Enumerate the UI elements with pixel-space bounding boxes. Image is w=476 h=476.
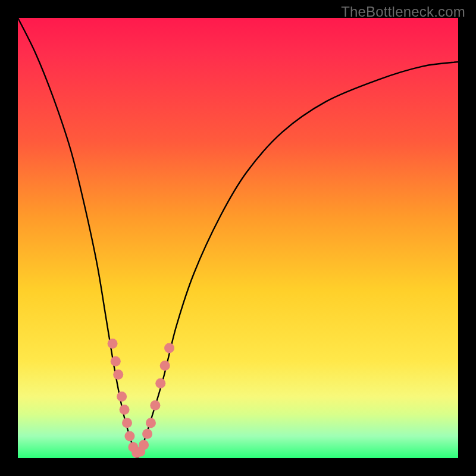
- data-marker: [124, 431, 134, 441]
- data-marker: [146, 418, 156, 428]
- data-marker: [117, 392, 127, 402]
- data-marker: [120, 405, 130, 415]
- bottleneck-curve: [18, 18, 458, 458]
- chart-frame: TheBottleneck.com: [0, 0, 476, 476]
- marker-group: [108, 339, 174, 458]
- data-marker: [122, 418, 132, 428]
- data-marker: [108, 339, 118, 349]
- curve-svg: [18, 18, 458, 458]
- plot-area: [18, 18, 458, 458]
- data-marker: [155, 378, 165, 389]
- data-marker: [111, 356, 121, 367]
- data-marker: [164, 343, 174, 353]
- data-marker: [142, 429, 152, 439]
- data-marker: [160, 361, 170, 371]
- data-marker: [139, 440, 149, 450]
- data-marker: [113, 369, 123, 380]
- data-marker: [150, 400, 160, 411]
